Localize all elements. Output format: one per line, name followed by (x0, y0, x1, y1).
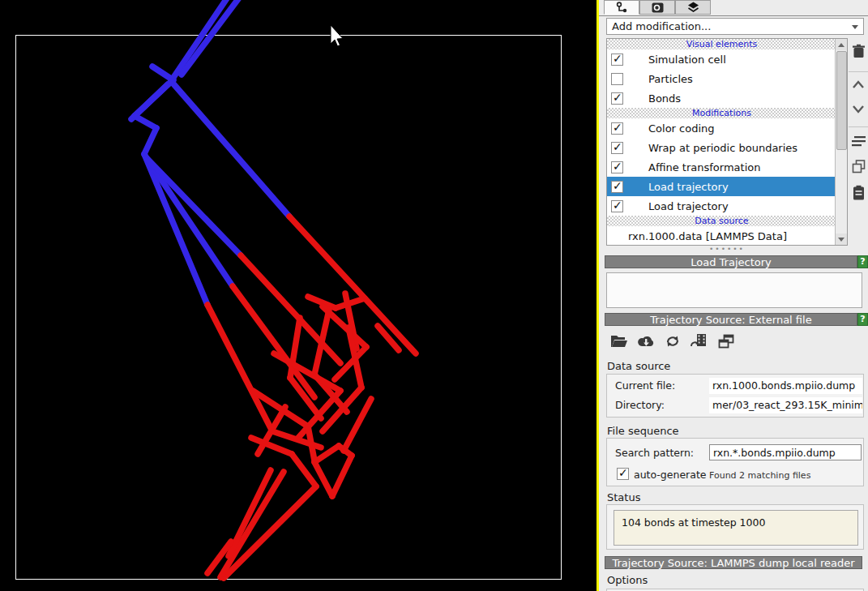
data-source-section-label: Data source (607, 360, 670, 372)
item-enabled-checkbox[interactable] (611, 122, 623, 135)
cloud-download-icon (637, 335, 655, 348)
auto-generate-checkbox[interactable] (617, 468, 629, 480)
toggle-modifier-state-button[interactable] (849, 132, 867, 150)
item-enabled-checkbox[interactable] (611, 200, 623, 212)
pipeline-item[interactable]: Bonds (607, 88, 836, 108)
item-label: Color coding (648, 122, 715, 135)
pipeline-section-header: Modifications (607, 108, 836, 118)
ovito-main-window: Add modification... Visual elementsSimul… (0, 0, 868, 591)
bond-segment (314, 310, 329, 375)
search-pattern-input[interactable] (709, 444, 862, 460)
panel-tab-bar (599, 0, 868, 16)
pipeline-item[interactable]: Color coding (607, 118, 836, 138)
item-label: Particles (648, 73, 693, 85)
pipeline-item[interactable]: Load trajectory (607, 196, 836, 216)
pick-remote-file-button[interactable] (635, 331, 656, 352)
command-panel: Add modification... Visual elementsSimul… (599, 0, 868, 591)
item-enabled-checkbox[interactable] (611, 54, 623, 66)
pipeline-item[interactable]: rxn.1000.data [LAMMPS Data] (607, 226, 836, 246)
data-source-groupbox: Current file: rxn.1000.bonds.mpiio.dump … (606, 374, 864, 418)
auto-generate-label: auto-generate (634, 469, 707, 481)
chevron-down-icon (852, 25, 858, 29)
found-files-text: Found 2 matching files (709, 470, 810, 481)
pipeline-item[interactable]: Load trajectory (607, 177, 836, 196)
open-folder-icon (610, 334, 628, 349)
section-header-label: Visual elements (686, 39, 757, 49)
rollout-header-load-trajectory: Load Trajectory (605, 255, 857, 268)
item-label: Load trajectory (648, 181, 729, 193)
pipeline-list-items: Visual elementsSimulation cellParticlesB… (607, 39, 836, 246)
panel-splitter-handle[interactable]: •••••• (606, 246, 848, 251)
toolbar-divider (849, 71, 868, 72)
section-header-label: Data source (695, 216, 748, 226)
delete-modifier-button[interactable] (849, 42, 867, 60)
pipeline-item[interactable]: Particles (607, 69, 836, 88)
move-down-icon (852, 105, 865, 114)
sequence-windows-button[interactable] (716, 331, 737, 352)
reload-file-icon (665, 334, 681, 349)
toggle-state-icon (852, 135, 866, 147)
viewport-3d[interactable] (0, 0, 597, 591)
help-button[interactable]: ? (857, 313, 868, 326)
bonds-layer (131, 0, 416, 578)
search-pattern-label: Search pattern: (615, 447, 694, 459)
help-button[interactable]: ? (857, 255, 868, 268)
toolbar-divider (849, 126, 868, 127)
triangle-up-icon (838, 43, 844, 47)
options-section-label: Options (607, 574, 648, 586)
item-enabled-checkbox[interactable] (611, 73, 623, 85)
bond-segment (308, 426, 314, 460)
item-enabled-checkbox[interactable] (611, 161, 623, 173)
bond-segment (314, 462, 332, 496)
item-label: rxn.1000.data [LAMMPS Data] (628, 230, 787, 242)
bond-segment (332, 456, 352, 496)
status-groupbox: 104 bonds at timestep 1000 (606, 504, 864, 550)
bond-segment (171, 81, 289, 216)
directory-label: Directory: (615, 399, 665, 411)
bond-segment (135, 116, 156, 128)
pipeline-item[interactable]: Affine transformation (607, 157, 836, 177)
pick-local-file-button[interactable] (609, 331, 630, 352)
reload-file-button[interactable] (662, 331, 683, 352)
triangle-down-icon (838, 238, 844, 242)
reload-animation-frames-button[interactable] (688, 331, 709, 352)
scroll-up-button[interactable] (836, 39, 847, 50)
file-sequence-section-label: File sequence (607, 425, 679, 437)
item-label: Bonds (648, 92, 681, 105)
clipboard-icon (853, 185, 865, 200)
bond-segment (229, 470, 271, 556)
add-modification-combobox[interactable]: Add modification... (606, 18, 864, 35)
pipeline-editor-list: Visual elementsSimulation cellParticlesB… (606, 38, 848, 246)
tab-visual-elements[interactable] (675, 0, 711, 15)
scrollbar-thumb[interactable] (836, 51, 847, 150)
rollout-title: Trajectory Source: LAMMPS dump local rea… (612, 557, 854, 569)
rollout-header-traj-lammps: Trajectory Source: LAMMPS dump local rea… (605, 556, 862, 569)
rollout-title: Load Trajectory (691, 256, 772, 268)
pipeline-item[interactable]: Wrap at periodic boundaries (607, 138, 836, 157)
item-enabled-checkbox[interactable] (611, 92, 623, 105)
scroll-down-button[interactable] (836, 233, 847, 245)
bond-segment (182, 0, 240, 75)
copy-pipeline-item-button[interactable] (849, 157, 867, 175)
tab-pipelines[interactable] (604, 0, 639, 15)
viewport-canvas (0, 0, 597, 591)
item-label: Wrap at periodic boundaries (648, 142, 797, 154)
paste-clipboard-button[interactable] (849, 183, 867, 201)
move-modifier-down-button[interactable] (849, 101, 867, 118)
current-file-value: rxn.1000.bonds.mpiio.dump (709, 378, 862, 394)
pipeline-item[interactable]: Simulation cell (607, 49, 836, 69)
tab-rendering[interactable] (639, 0, 675, 15)
bond-segment (144, 128, 156, 154)
item-label: Load trajectory (648, 200, 729, 212)
pipeline-list-scrollbar[interactable] (835, 39, 847, 245)
item-enabled-checkbox[interactable] (611, 181, 623, 193)
rollout-title: Trajectory Source: External file (650, 314, 811, 326)
pipeline-section-header: Data source (607, 216, 836, 226)
bond-segment (171, 0, 230, 81)
rendering-icon (652, 2, 664, 13)
reload-animation-icon (690, 333, 708, 349)
move-modifier-up-button[interactable] (849, 75, 867, 93)
delete-icon (852, 44, 866, 58)
item-enabled-checkbox[interactable] (611, 142, 623, 154)
current-file-label: Current file: (615, 379, 675, 392)
